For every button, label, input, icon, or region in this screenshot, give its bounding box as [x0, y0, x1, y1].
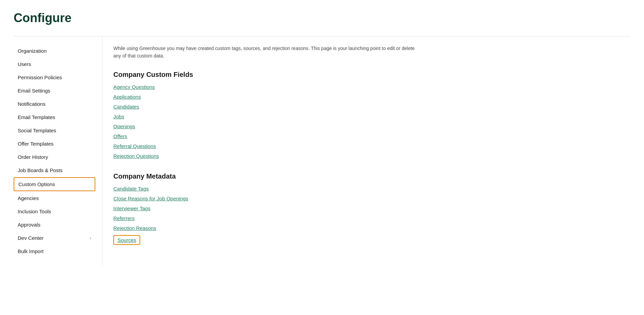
link-rejection-reasons[interactable]: Rejection Reasons [113, 225, 156, 231]
sidebar-item-label: Bulk Import [18, 248, 44, 254]
section-title-company-custom-fields: Company Custom Fields [113, 71, 619, 79]
link-openings[interactable]: Openings [113, 123, 135, 129]
sidebar-item-inclusion-tools[interactable]: Inclusion Tools [14, 205, 95, 218]
sidebar-item-notifications[interactable]: Notifications [14, 98, 95, 110]
sidebar-item-label: Email Settings [18, 88, 50, 94]
sidebar-item-users[interactable]: Users [14, 58, 95, 70]
sidebar-item-dev-center[interactable]: Dev Center› [14, 232, 95, 244]
sidebar-item-label: Permission Policies [18, 74, 62, 80]
sidebar: OrganizationUsersPermission PoliciesEmai… [14, 36, 102, 267]
sidebar-item-social-templates[interactable]: Social Templates [14, 124, 95, 137]
sidebar-item-label: Custom Options [18, 181, 55, 187]
links-list-company-custom-fields: Agency QuestionsApplicationsCandidatesJo… [113, 84, 619, 159]
sidebar-item-label: Job Boards & Posts [18, 167, 63, 173]
sidebar-item-label: Notifications [18, 101, 46, 107]
sidebar-item-email-settings[interactable]: Email Settings [14, 84, 95, 97]
sidebar-item-label: Users [18, 61, 31, 67]
link-close-reasons[interactable]: Close Reasons for Job Openings [113, 196, 188, 201]
link-applications[interactable]: Applications [113, 94, 141, 100]
link-referrers[interactable]: Referrers [113, 215, 135, 221]
link-interviewer-tags[interactable]: Interviewer Tags [113, 205, 150, 211]
link-sources[interactable]: Sources [113, 235, 140, 245]
sidebar-item-approvals[interactable]: Approvals [14, 218, 95, 231]
sidebar-item-label: Social Templates [18, 128, 56, 133]
content-area: OrganizationUsersPermission PoliciesEmai… [14, 36, 630, 267]
chevron-right-icon: › [90, 236, 91, 241]
sidebar-item-label: Email Templates [18, 114, 55, 120]
sidebar-item-organization[interactable]: Organization [14, 45, 95, 57]
page-title: Configure [14, 11, 630, 25]
sidebar-item-agencies[interactable]: Agencies [14, 192, 95, 204]
sidebar-item-label: Dev Center [18, 235, 44, 241]
sidebar-item-custom-options[interactable]: Custom Options [14, 177, 95, 191]
sidebar-item-bulk-import[interactable]: Bulk Import [14, 245, 95, 258]
sidebar-item-offer-templates[interactable]: Offer Templates [14, 137, 95, 150]
description-text: While using Greenhouse you may have crea… [113, 45, 420, 60]
sidebar-item-permission-policies[interactable]: Permission Policies [14, 71, 95, 84]
sidebar-item-label: Organization [18, 48, 47, 54]
link-candidates[interactable]: Candidates [113, 104, 139, 110]
link-offers[interactable]: Offers [113, 133, 127, 139]
sidebar-item-label: Offer Templates [18, 141, 53, 147]
link-referral-questions[interactable]: Referral Questions [113, 143, 156, 149]
link-rejection-questions[interactable]: Rejection Questions [113, 153, 159, 159]
sidebar-item-label: Inclusion Tools [18, 209, 51, 214]
page-wrapper: Configure OrganizationUsersPermission Po… [0, 0, 644, 315]
sidebar-item-job-boards-posts[interactable]: Job Boards & Posts [14, 164, 95, 177]
sidebar-item-label: Order History [18, 154, 48, 160]
links-list-company-metadata: Candidate TagsClose Reasons for Job Open… [113, 186, 619, 245]
sidebar-item-label: Agencies [18, 195, 39, 201]
sidebar-item-label: Approvals [18, 222, 41, 228]
link-jobs[interactable]: Jobs [113, 114, 124, 119]
sidebar-item-order-history[interactable]: Order History [14, 151, 95, 163]
sidebar-item-email-templates[interactable]: Email Templates [14, 111, 95, 123]
section-title-company-metadata: Company Metadata [113, 172, 619, 180]
main-content: While using Greenhouse you may have crea… [102, 36, 630, 267]
link-candidate-tags[interactable]: Candidate Tags [113, 186, 149, 192]
link-agency-questions[interactable]: Agency Questions [113, 84, 155, 90]
